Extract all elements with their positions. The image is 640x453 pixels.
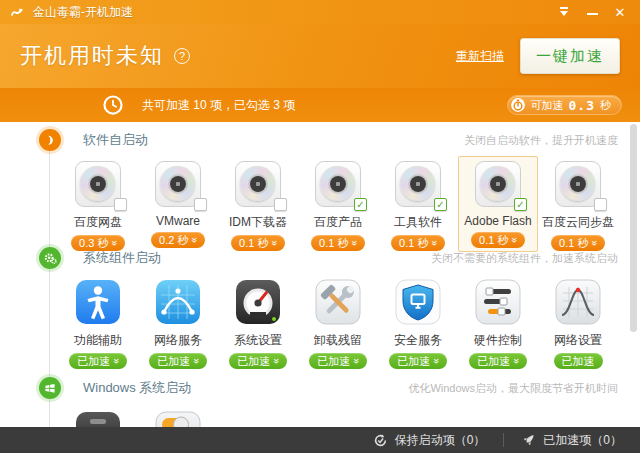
tools-icon xyxy=(315,279,361,325)
header: 开机用时未知 ? 重新扫描 一键加速 xyxy=(0,24,640,88)
item-label: 百度网盘 xyxy=(74,214,122,231)
gauge-icon xyxy=(235,279,281,325)
page-title: 开机用时未知 xyxy=(20,41,164,71)
item-icon-wrap xyxy=(394,278,442,326)
item-checkbox-unchecked[interactable] xyxy=(194,198,207,211)
chevron-down-icon: » xyxy=(431,358,441,364)
stopwatch-icon xyxy=(510,97,526,113)
item-icon-wrap: ✓ xyxy=(394,160,442,208)
keep-circular-arrow-icon xyxy=(373,433,388,448)
item-badge[interactable]: 已加速» xyxy=(469,353,527,369)
item-checkbox-checked[interactable]: ✓ xyxy=(434,198,447,211)
item-row: 百度网盘0.3 秒»VMware0.2 秒»IDM下载器0.1 秒»✓百度产品0… xyxy=(0,156,640,240)
badge-value: 0.3 xyxy=(569,98,595,113)
boost-time-badge: 可加速 0.3 秒 xyxy=(507,95,622,115)
item-icon-wrap xyxy=(234,160,282,208)
window-controls: ✕ xyxy=(550,2,634,22)
badge-text: 已加速 xyxy=(562,354,595,369)
minimize-button[interactable] xyxy=(578,2,606,22)
item-badge[interactable]: 已加速» xyxy=(69,353,127,369)
section-software-autostart: 软件自启动关闭自启动软件，提升开机速度百度网盘0.3 秒»VMware0.2 秒… xyxy=(0,124,640,240)
startup-item[interactable]: 网络服务已加速» xyxy=(138,274,218,370)
startup-item[interactable]: 卸载残留已加速» xyxy=(298,274,378,370)
scrollbar[interactable] xyxy=(630,124,637,332)
chevron-down-icon: » xyxy=(271,358,281,364)
minimize-icon xyxy=(587,13,598,15)
section-header: 系统组件启动关闭不需要的系统组件，加速系统启动 xyxy=(0,242,640,274)
startup-item[interactable]: 百度网盘0.3 秒» xyxy=(58,156,138,252)
item-label: 网络服务 xyxy=(154,332,202,349)
accelerated-items-button[interactable]: 已加速项（0） xyxy=(504,427,640,453)
item-icon-wrap xyxy=(74,410,122,427)
item-checkbox-checked[interactable]: ✓ xyxy=(354,198,367,211)
status-summary: 共可加速 10 项，已勾选 3 项 xyxy=(142,97,295,114)
section-header: Windows 系统启动优化Windows启动，最大限度节省开机时间 xyxy=(0,372,640,404)
item-icon-wrap xyxy=(554,160,602,208)
startup-item[interactable]: ✓工具软件0.1 秒» xyxy=(378,156,458,252)
startup-item[interactable] xyxy=(138,404,218,427)
section-title: Windows 系统启动 xyxy=(83,379,191,397)
app-logo-icon xyxy=(10,5,26,19)
item-badge[interactable]: 已加速» xyxy=(309,353,367,369)
boosted-label: 已加速项（0） xyxy=(543,432,622,449)
startup-item[interactable]: 网络设置已加速 xyxy=(538,274,618,370)
help-icon[interactable]: ? xyxy=(174,48,190,64)
window-title: 金山毒霸-开机加速 xyxy=(33,4,133,21)
keep-startup-button[interactable]: 保持启动项（0） xyxy=(355,427,504,453)
badge-text: 已加速 xyxy=(157,354,190,369)
item-badge[interactable]: 已加速» xyxy=(149,353,207,369)
one-click-boost-button[interactable]: 一键加速 xyxy=(520,38,620,74)
startup-item[interactable]: 硬件控制已加速» xyxy=(458,274,538,370)
curve-icon xyxy=(555,279,601,325)
startup-item[interactable]: ✓百度产品0.1 秒» xyxy=(298,156,378,252)
gears-icon xyxy=(39,247,61,269)
item-checkbox-unchecked[interactable] xyxy=(594,198,607,211)
item-icon-wrap xyxy=(474,278,522,326)
item-label: 百度云同步盘 xyxy=(542,214,614,231)
shield-icon xyxy=(395,279,441,325)
rescan-link[interactable]: 重新扫描 xyxy=(456,48,504,65)
item-label: 功能辅助 xyxy=(74,332,122,349)
accessibility-icon xyxy=(75,279,121,325)
menu-arrow-icon xyxy=(560,11,568,20)
close-button[interactable]: ✕ xyxy=(606,2,634,22)
startup-item[interactable]: 功能辅助已加速» xyxy=(58,274,138,370)
network-icon xyxy=(155,279,201,325)
item-checkbox-unchecked[interactable] xyxy=(274,198,287,211)
content-area: 软件自启动关闭自启动软件，提升开机速度百度网盘0.3 秒»VMware0.2 秒… xyxy=(0,122,640,427)
item-icon-wrap: ✓ xyxy=(314,160,362,208)
startup-item[interactable]: ✓Adobe Flash0.1 秒» xyxy=(458,156,538,252)
section-title: 软件自启动 xyxy=(83,131,148,149)
badge-text: 已加速 xyxy=(77,354,110,369)
startup-item[interactable] xyxy=(58,404,138,427)
item-icon-wrap: ✓ xyxy=(474,160,522,208)
startup-item[interactable]: IDM下载器0.1 秒» xyxy=(218,156,298,252)
item-checkbox-checked[interactable]: ✓ xyxy=(514,198,527,211)
item-badge[interactable]: 已加速» xyxy=(389,353,447,369)
badge-label: 可加速 xyxy=(531,98,564,113)
item-badge[interactable]: 已加速» xyxy=(229,353,287,369)
item-checkbox-unchecked[interactable] xyxy=(114,198,127,211)
item-label: 安全服务 xyxy=(394,332,442,349)
item-icon-wrap xyxy=(74,278,122,326)
sections-container: 软件自启动关闭自启动软件，提升开机速度百度网盘0.3 秒»VMware0.2 秒… xyxy=(0,124,640,427)
startup-item[interactable]: 百度云同步盘0.1 秒» xyxy=(538,156,618,252)
section-title: 系统组件启动 xyxy=(83,249,161,267)
item-label: IDM下载器 xyxy=(229,214,287,231)
main-menu-button[interactable] xyxy=(550,2,578,22)
startup-item[interactable]: 系统设置已加速» xyxy=(218,274,298,370)
sliders-icon xyxy=(475,279,521,325)
item-label: Adobe Flash xyxy=(464,214,531,228)
item-label: 网络设置 xyxy=(554,332,602,349)
startup-item[interactable]: 安全服务已加速» xyxy=(378,274,458,370)
item-icon-wrap xyxy=(74,160,122,208)
item-label: VMware xyxy=(156,214,200,228)
badge-unit: 秒 xyxy=(600,98,611,113)
section-header: 软件自启动关闭自启动软件，提升开机速度 xyxy=(0,124,640,156)
section-system-components: 系统组件启动关闭不需要的系统组件，加速系统启动功能辅助已加速»网络服务已加速»系… xyxy=(0,242,640,358)
item-label: 工具软件 xyxy=(394,214,442,231)
status-bar: 共可加速 10 项，已勾选 3 项 可加速 0.3 秒 xyxy=(0,88,640,122)
item-badge[interactable]: 已加速 xyxy=(554,353,603,369)
startup-item[interactable]: VMware0.2 秒» xyxy=(138,156,218,252)
titlebar[interactable]: 金山毒霸-开机加速 ✕ xyxy=(0,0,640,24)
